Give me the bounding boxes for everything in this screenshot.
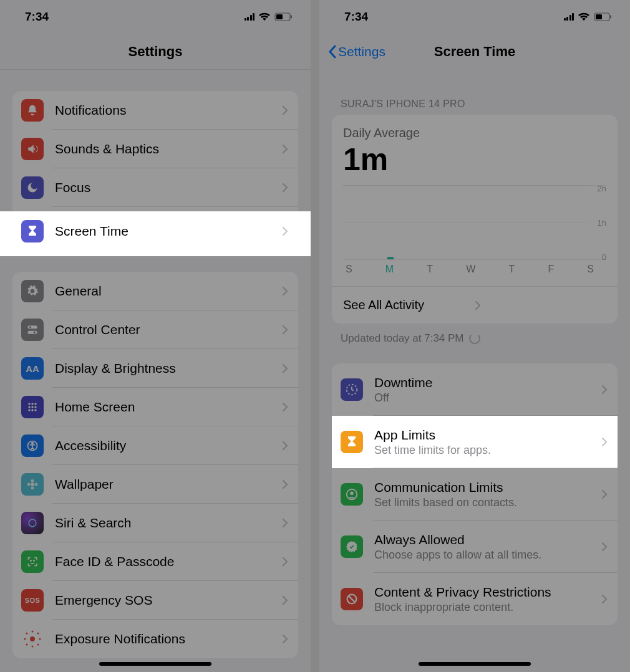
- speaker-icon: [21, 138, 44, 160]
- settings-row-notifications[interactable]: Notifications: [12, 91, 298, 130]
- downtime-icon: [341, 378, 363, 401]
- hourglass-icon: [21, 220, 44, 242]
- exposure-icon: [21, 628, 44, 650]
- svg-point-18: [31, 483, 34, 486]
- svg-point-19: [31, 479, 34, 482]
- moon-icon: [21, 176, 44, 199]
- battery-icon: [594, 12, 613, 21]
- back-button[interactable]: Settings: [328, 44, 385, 59]
- y-tick: 0: [602, 252, 606, 262]
- accessibility-icon: [21, 434, 44, 457]
- highlight-screentime: Screen Time: [0, 211, 311, 256]
- signal-icon: [245, 13, 255, 21]
- screentime-options: Downtime Off App Limits Set time limits …: [332, 363, 618, 625]
- home-indicator[interactable]: [99, 662, 211, 666]
- row-content-restrictions[interactable]: Content & Privacy Restrictions Block ina…: [332, 573, 618, 625]
- daily-average-card[interactable]: Daily Average 1m 2h 1h 0 S M T W T F S S…: [332, 115, 618, 324]
- home-indicator[interactable]: [419, 662, 531, 666]
- toggles-icon: [21, 319, 44, 341]
- battery-icon: [274, 12, 293, 21]
- svg-rect-37: [610, 16, 611, 19]
- chevron-right-icon: [282, 286, 288, 296]
- row-app-limits[interactable]: App Limits Set time limits for apps.: [332, 416, 618, 468]
- no-entry-icon: [341, 588, 363, 610]
- check-seal-icon: [341, 535, 363, 558]
- row-label: Wallpaper: [55, 477, 282, 492]
- see-all-label: See All Activity: [343, 298, 475, 312]
- day-label: M: [385, 264, 394, 275]
- section-header: SURAJ'S IPHONE 14 PRO: [341, 98, 609, 110]
- settings-row-accessibility[interactable]: Accessibility: [12, 426, 298, 465]
- row-label: App Limits: [374, 428, 601, 443]
- svg-point-15: [34, 409, 36, 411]
- bell-icon: [21, 99, 44, 122]
- status-bar: 7:34: [319, 0, 630, 34]
- day-label: S: [346, 264, 352, 275]
- y-tick: 2h: [598, 183, 606, 193]
- hourglass-icon: [341, 431, 363, 453]
- day-label: T: [508, 264, 515, 275]
- svg-point-6: [34, 332, 36, 334]
- settings-row-general[interactable]: General: [12, 272, 298, 310]
- svg-point-5: [29, 326, 31, 328]
- gear-icon: [21, 280, 44, 302]
- row-label: Display & Brightness: [55, 361, 282, 376]
- day-label: F: [548, 264, 554, 275]
- row-downtime[interactable]: Downtime Off: [332, 363, 618, 416]
- bar-monday: [387, 257, 394, 259]
- chevron-right-icon: [282, 325, 288, 335]
- chevron-right-icon: [282, 363, 288, 373]
- settings-row-sounds[interactable]: Sounds & Haptics: [12, 130, 298, 168]
- daily-average-value: 1m: [343, 142, 606, 178]
- status-time: 7:34: [25, 10, 49, 24]
- settings-row-wallpaper[interactable]: Wallpaper: [12, 465, 298, 504]
- chevron-right-icon: [282, 557, 288, 567]
- chevron-right-icon: [282, 634, 288, 644]
- settings-row-exposure[interactable]: Exposure Notifications: [12, 620, 298, 658]
- settings-row-siri[interactable]: Siri & Search: [12, 504, 298, 542]
- see-all-activity[interactable]: See All Activity: [332, 286, 618, 324]
- svg-point-10: [28, 406, 30, 408]
- chevron-right-icon: [282, 595, 288, 605]
- chevron-right-icon: [282, 479, 288, 489]
- faceid-icon: [21, 550, 44, 573]
- svg-point-20: [31, 486, 34, 489]
- settings-screen: 7:34 Settings Notifications Soun: [0, 0, 311, 672]
- usage-chart: 2h 1h 0: [343, 185, 606, 260]
- settings-row-faceid[interactable]: Face ID & Passcode: [12, 542, 298, 581]
- chevron-right-icon: [282, 518, 288, 528]
- settings-row-sos[interactable]: SOS Emergency SOS: [12, 581, 298, 620]
- svg-rect-1: [276, 14, 283, 19]
- day-label: S: [587, 264, 594, 275]
- day-axis: S M T W T F S: [346, 264, 594, 275]
- settings-row-display[interactable]: AA Display & Brightness: [12, 349, 298, 388]
- settings-row-focus[interactable]: Focus: [12, 168, 298, 207]
- y-tick: 1h: [598, 218, 606, 228]
- row-sublabel: Set limits based on contacts.: [374, 496, 601, 509]
- siri-icon: [21, 512, 44, 534]
- row-always-allowed[interactable]: Always Allowed Choose apps to allow at a…: [332, 521, 618, 573]
- svg-point-8: [31, 403, 33, 405]
- page-title: Settings: [128, 44, 183, 60]
- chevron-right-icon: [282, 402, 288, 412]
- row-label: Always Allowed: [374, 532, 601, 547]
- wifi-icon: [578, 12, 590, 21]
- row-label: Control Center: [55, 322, 282, 337]
- sos-icon: SOS: [21, 589, 44, 612]
- day-label: W: [466, 264, 475, 275]
- svg-point-12: [34, 406, 36, 408]
- svg-point-17: [32, 443, 34, 444]
- row-label: Notifications: [55, 103, 282, 118]
- svg-point-25: [34, 560, 34, 561]
- updated-label: Updated today at 7:34 PM: [341, 332, 464, 345]
- svg-point-29: [24, 638, 26, 640]
- svg-rect-36: [596, 14, 602, 19]
- settings-row-control-center[interactable]: Control Center: [12, 310, 298, 349]
- row-communication-limits[interactable]: Communication Limits Set limits based on…: [332, 468, 618, 521]
- updated-text: Updated today at 7:34 PM: [341, 332, 609, 345]
- svg-rect-4: [28, 331, 37, 334]
- settings-row-home-screen[interactable]: Home Screen: [12, 388, 298, 426]
- svg-point-13: [28, 409, 30, 411]
- chevron-right-icon: [601, 489, 608, 499]
- row-label: Focus: [55, 180, 282, 195]
